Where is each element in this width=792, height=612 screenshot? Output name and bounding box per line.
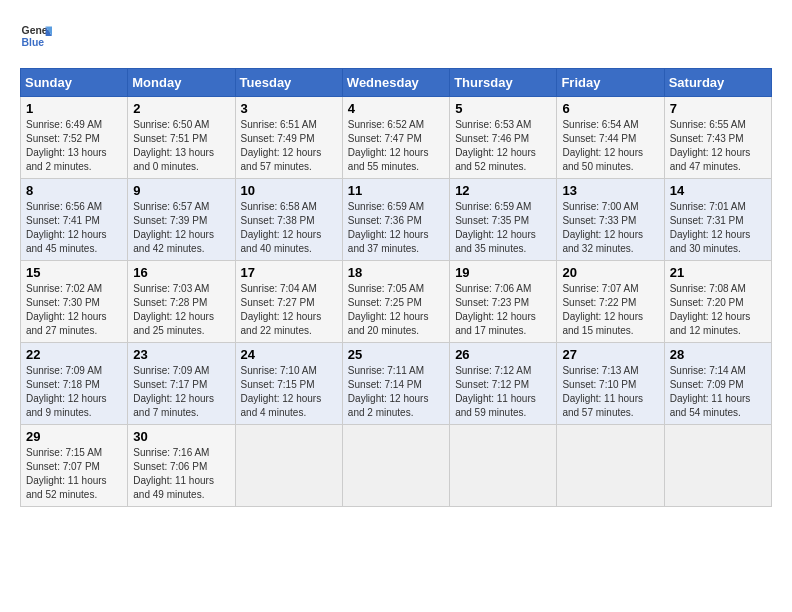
calendar-cell (342, 425, 449, 507)
day-info: Sunrise: 7:09 AMSunset: 7:17 PMDaylight:… (133, 364, 229, 420)
day-info: Sunrise: 7:09 AMSunset: 7:18 PMDaylight:… (26, 364, 122, 420)
calendar-cell: 8Sunrise: 6:56 AMSunset: 7:41 PMDaylight… (21, 179, 128, 261)
day-number: 22 (26, 347, 122, 362)
day-number: 25 (348, 347, 444, 362)
day-info: Sunrise: 6:55 AMSunset: 7:43 PMDaylight:… (670, 118, 766, 174)
calendar-cell: 27Sunrise: 7:13 AMSunset: 7:10 PMDayligh… (557, 343, 664, 425)
logo: General Blue (20, 20, 52, 52)
day-number: 21 (670, 265, 766, 280)
calendar-cell: 26Sunrise: 7:12 AMSunset: 7:12 PMDayligh… (450, 343, 557, 425)
day-info: Sunrise: 6:56 AMSunset: 7:41 PMDaylight:… (26, 200, 122, 256)
calendar-cell: 14Sunrise: 7:01 AMSunset: 7:31 PMDayligh… (664, 179, 771, 261)
day-number: 29 (26, 429, 122, 444)
day-number: 20 (562, 265, 658, 280)
col-header-friday: Friday (557, 69, 664, 97)
day-info: Sunrise: 7:00 AMSunset: 7:33 PMDaylight:… (562, 200, 658, 256)
calendar-cell: 1Sunrise: 6:49 AMSunset: 7:52 PMDaylight… (21, 97, 128, 179)
day-number: 11 (348, 183, 444, 198)
svg-text:Blue: Blue (22, 37, 45, 48)
calendar-cell: 25Sunrise: 7:11 AMSunset: 7:14 PMDayligh… (342, 343, 449, 425)
day-number: 3 (241, 101, 337, 116)
day-number: 14 (670, 183, 766, 198)
calendar-cell: 16Sunrise: 7:03 AMSunset: 7:28 PMDayligh… (128, 261, 235, 343)
day-number: 2 (133, 101, 229, 116)
day-number: 1 (26, 101, 122, 116)
header: General Blue (20, 20, 772, 52)
calendar-cell: 13Sunrise: 7:00 AMSunset: 7:33 PMDayligh… (557, 179, 664, 261)
calendar-cell: 24Sunrise: 7:10 AMSunset: 7:15 PMDayligh… (235, 343, 342, 425)
day-info: Sunrise: 7:02 AMSunset: 7:30 PMDaylight:… (26, 282, 122, 338)
calendar-cell: 9Sunrise: 6:57 AMSunset: 7:39 PMDaylight… (128, 179, 235, 261)
day-info: Sunrise: 7:14 AMSunset: 7:09 PMDaylight:… (670, 364, 766, 420)
day-info: Sunrise: 7:15 AMSunset: 7:07 PMDaylight:… (26, 446, 122, 502)
week-row: 1Sunrise: 6:49 AMSunset: 7:52 PMDaylight… (21, 97, 772, 179)
calendar-cell (557, 425, 664, 507)
day-info: Sunrise: 7:10 AMSunset: 7:15 PMDaylight:… (241, 364, 337, 420)
day-info: Sunrise: 7:07 AMSunset: 7:22 PMDaylight:… (562, 282, 658, 338)
day-info: Sunrise: 7:12 AMSunset: 7:12 PMDaylight:… (455, 364, 551, 420)
day-number: 18 (348, 265, 444, 280)
day-number: 16 (133, 265, 229, 280)
day-number: 12 (455, 183, 551, 198)
calendar-cell: 6Sunrise: 6:54 AMSunset: 7:44 PMDaylight… (557, 97, 664, 179)
calendar-cell: 10Sunrise: 6:58 AMSunset: 7:38 PMDayligh… (235, 179, 342, 261)
week-row: 15Sunrise: 7:02 AMSunset: 7:30 PMDayligh… (21, 261, 772, 343)
day-number: 28 (670, 347, 766, 362)
col-header-monday: Monday (128, 69, 235, 97)
day-info: Sunrise: 6:51 AMSunset: 7:49 PMDaylight:… (241, 118, 337, 174)
day-info: Sunrise: 7:01 AMSunset: 7:31 PMDaylight:… (670, 200, 766, 256)
day-number: 27 (562, 347, 658, 362)
calendar-cell: 11Sunrise: 6:59 AMSunset: 7:36 PMDayligh… (342, 179, 449, 261)
day-number: 23 (133, 347, 229, 362)
calendar-cell: 3Sunrise: 6:51 AMSunset: 7:49 PMDaylight… (235, 97, 342, 179)
col-header-sunday: Sunday (21, 69, 128, 97)
day-info: Sunrise: 7:03 AMSunset: 7:28 PMDaylight:… (133, 282, 229, 338)
day-info: Sunrise: 7:04 AMSunset: 7:27 PMDaylight:… (241, 282, 337, 338)
day-info: Sunrise: 6:52 AMSunset: 7:47 PMDaylight:… (348, 118, 444, 174)
calendar-cell: 7Sunrise: 6:55 AMSunset: 7:43 PMDaylight… (664, 97, 771, 179)
logo-icon: General Blue (20, 20, 52, 52)
day-number: 24 (241, 347, 337, 362)
day-number: 4 (348, 101, 444, 116)
day-number: 17 (241, 265, 337, 280)
day-number: 9 (133, 183, 229, 198)
calendar-cell: 15Sunrise: 7:02 AMSunset: 7:30 PMDayligh… (21, 261, 128, 343)
day-info: Sunrise: 7:13 AMSunset: 7:10 PMDaylight:… (562, 364, 658, 420)
header-row: SundayMondayTuesdayWednesdayThursdayFrid… (21, 69, 772, 97)
calendar-cell: 4Sunrise: 6:52 AMSunset: 7:47 PMDaylight… (342, 97, 449, 179)
calendar-cell: 29Sunrise: 7:15 AMSunset: 7:07 PMDayligh… (21, 425, 128, 507)
calendar-cell: 17Sunrise: 7:04 AMSunset: 7:27 PMDayligh… (235, 261, 342, 343)
calendar-cell: 20Sunrise: 7:07 AMSunset: 7:22 PMDayligh… (557, 261, 664, 343)
day-number: 15 (26, 265, 122, 280)
day-info: Sunrise: 6:59 AMSunset: 7:35 PMDaylight:… (455, 200, 551, 256)
day-number: 19 (455, 265, 551, 280)
col-header-thursday: Thursday (450, 69, 557, 97)
calendar-cell: 28Sunrise: 7:14 AMSunset: 7:09 PMDayligh… (664, 343, 771, 425)
calendar-cell: 30Sunrise: 7:16 AMSunset: 7:06 PMDayligh… (128, 425, 235, 507)
week-row: 8Sunrise: 6:56 AMSunset: 7:41 PMDaylight… (21, 179, 772, 261)
day-info: Sunrise: 6:57 AMSunset: 7:39 PMDaylight:… (133, 200, 229, 256)
day-info: Sunrise: 7:06 AMSunset: 7:23 PMDaylight:… (455, 282, 551, 338)
calendar-cell: 22Sunrise: 7:09 AMSunset: 7:18 PMDayligh… (21, 343, 128, 425)
week-row: 22Sunrise: 7:09 AMSunset: 7:18 PMDayligh… (21, 343, 772, 425)
calendar-cell: 23Sunrise: 7:09 AMSunset: 7:17 PMDayligh… (128, 343, 235, 425)
day-info: Sunrise: 6:59 AMSunset: 7:36 PMDaylight:… (348, 200, 444, 256)
day-number: 13 (562, 183, 658, 198)
col-header-saturday: Saturday (664, 69, 771, 97)
calendar-cell (235, 425, 342, 507)
calendar-table: SundayMondayTuesdayWednesdayThursdayFrid… (20, 68, 772, 507)
calendar-cell: 5Sunrise: 6:53 AMSunset: 7:46 PMDaylight… (450, 97, 557, 179)
day-info: Sunrise: 6:54 AMSunset: 7:44 PMDaylight:… (562, 118, 658, 174)
col-header-tuesday: Tuesday (235, 69, 342, 97)
day-info: Sunrise: 6:53 AMSunset: 7:46 PMDaylight:… (455, 118, 551, 174)
day-number: 8 (26, 183, 122, 198)
day-info: Sunrise: 7:08 AMSunset: 7:20 PMDaylight:… (670, 282, 766, 338)
calendar-cell: 2Sunrise: 6:50 AMSunset: 7:51 PMDaylight… (128, 97, 235, 179)
day-number: 26 (455, 347, 551, 362)
calendar-cell: 19Sunrise: 7:06 AMSunset: 7:23 PMDayligh… (450, 261, 557, 343)
day-number: 6 (562, 101, 658, 116)
day-number: 10 (241, 183, 337, 198)
calendar-cell (664, 425, 771, 507)
day-info: Sunrise: 7:11 AMSunset: 7:14 PMDaylight:… (348, 364, 444, 420)
day-info: Sunrise: 7:05 AMSunset: 7:25 PMDaylight:… (348, 282, 444, 338)
